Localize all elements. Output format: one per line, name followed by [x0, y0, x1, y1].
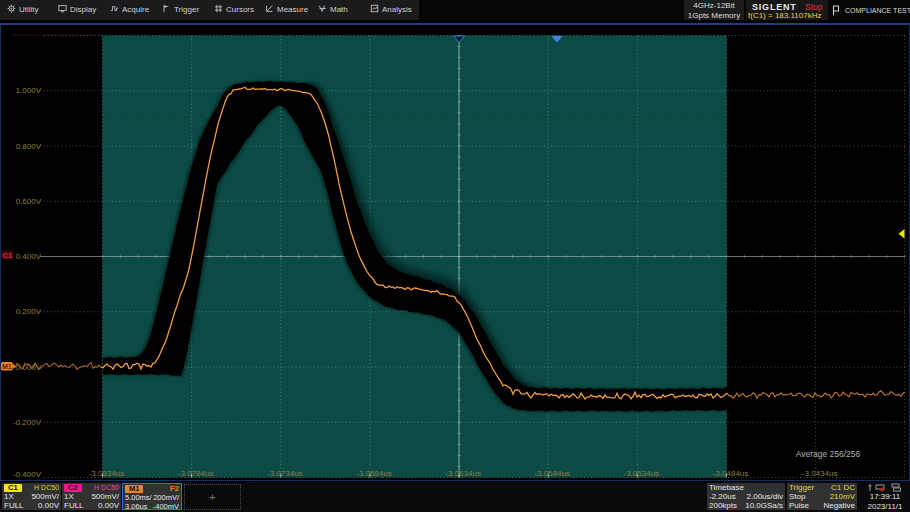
svg-text:0.600V: 0.600V — [16, 197, 42, 206]
svg-text:1.000V: 1.000V — [16, 86, 42, 95]
svg-text:-3.0834us: -3.0834us — [89, 469, 125, 478]
svg-text:-3.0634us: -3.0634us — [445, 469, 481, 478]
svg-text:-3.0484us: -3.0484us — [713, 469, 749, 478]
svg-text:-3.0784us: -3.0784us — [178, 469, 214, 478]
svg-text:0.200V: 0.200V — [16, 307, 42, 316]
svg-text:0.800V: 0.800V — [16, 142, 42, 151]
svg-text:-3.0584us: -3.0584us — [534, 469, 570, 478]
svg-text:-0.400V: -0.400V — [13, 470, 42, 479]
svg-text:-3.0684us: -3.0684us — [356, 469, 392, 478]
svg-text:M1: M1 — [2, 363, 12, 370]
svg-text:-3.0734us: -3.0734us — [267, 469, 303, 478]
svg-text:0.000V: 0.000V — [16, 363, 42, 372]
svg-text:C1: C1 — [3, 251, 13, 260]
svg-text:Average 256/256: Average 256/256 — [796, 449, 861, 459]
svg-text:-0.200V: -0.200V — [13, 418, 42, 427]
svg-text:0.400V: 0.400V — [16, 252, 42, 261]
svg-text:-3.0434us: -3.0434us — [802, 469, 838, 478]
svg-text:-3.0534us: -3.0534us — [624, 469, 660, 478]
